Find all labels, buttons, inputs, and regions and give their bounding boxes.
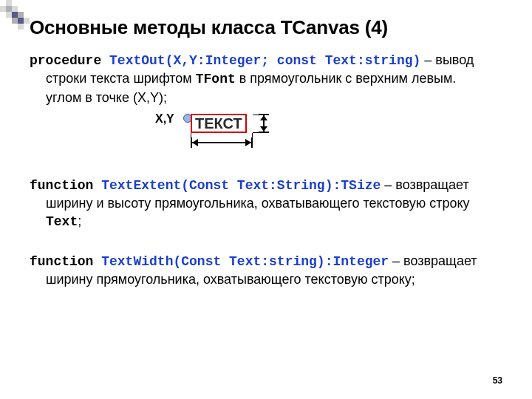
width-dimension-arrow — [191, 137, 253, 148]
page-number: 53 — [493, 375, 502, 386]
slide-title: Основные методы класса TCanvas (4) — [30, 16, 508, 39]
method-textwidth: function TextWidth(Const Text:string):In… — [30, 252, 508, 289]
textout-desc-1: – вывод — [420, 52, 474, 67]
textwidth-desc-2: ширину прямоугольника, охватывающего тек… — [46, 270, 508, 288]
method-textout: procedure TextOut(X,Y:Integer; const Tex… — [30, 51, 508, 155]
keyword-function-1: function — [30, 178, 101, 193]
signature-textextent: TextExtent(Const Text:String):TSize — [101, 178, 381, 193]
text-param-ref: Text — [46, 214, 78, 229]
signature-textwidth: TextWidth(Const Text:string):Integer — [101, 254, 389, 269]
textwidth-desc-1: – возвращает — [389, 253, 477, 268]
signature-textout: TextOut(X,Y:Integer; const Text:string) — [109, 53, 420, 68]
textout-desc-3: углом в точке (X,Y); — [46, 89, 508, 106]
slide-content: Основные методы класса TCanvas (4) proce… — [0, 0, 532, 399]
method-textextent: function TextExtent(Const Text:String):T… — [30, 176, 508, 231]
slide-body: procedure TextOut(X,Y:Integer; const Tex… — [30, 51, 508, 288]
textextent-desc-3: Text; — [46, 212, 508, 231]
keyword-function-2: function — [30, 254, 101, 269]
tfont-ref: TFont — [196, 72, 236, 86]
height-dimension-arrow — [259, 114, 269, 133]
xy-label: X,Y — [155, 111, 174, 127]
textout-diagram: X,Y ТЕКСТ — [155, 111, 303, 155]
textextent-desc-2: ширину и высоту прямоугольника, охватыва… — [46, 194, 508, 212]
diagram-text-box: ТЕКСТ — [191, 114, 247, 133]
textout-desc-2: строки текста шрифтом TFont в прямоуголь… — [46, 69, 508, 88]
keyword-procedure: procedure — [30, 53, 109, 68]
textextent-desc-1: – возвращает — [381, 177, 469, 192]
